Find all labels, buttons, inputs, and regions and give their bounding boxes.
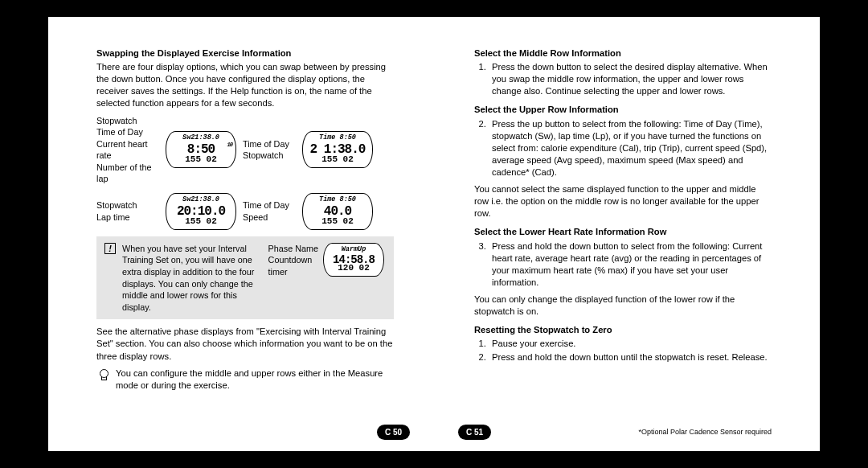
page-number-left: C 50 [377,425,410,441]
watch-bot: 155 02 [166,216,235,228]
label: Stopwatch [96,115,162,127]
list-reset: Pause your exercise. Press and hold the … [474,338,772,363]
page-number-right: C 51 [458,425,491,441]
watch-bot: 120 02 [324,262,383,274]
watch-display-1: Sw21:38.0 8:5010 155 02 [166,131,236,168]
label: Time of Day [243,199,299,211]
tip-row: You can configure the middle and upper r… [96,367,394,392]
label: Countdown [268,254,318,266]
list-item: Press the down button to select the desi… [489,61,772,97]
label: Speed [243,211,299,224]
list-item: Press and hold the down button until the… [489,351,772,363]
list-item: Press the up button to select from the f… [489,118,772,179]
watch-bot: 155 02 [303,154,372,166]
lower-row-note: You can only change the displayed functi… [474,294,772,318]
list-item: Pause your exercise. [489,338,772,350]
watch-display-4: Time 8:50 40.0 155 02 [302,193,373,230]
label: Stopwatch [96,199,162,211]
note-box: ! When you have set your Interval Traini… [96,236,394,319]
list-upper-row: Press the up button to select from the f… [474,118,772,179]
label: Lap time [96,211,162,224]
list-item: Press and hold the down button to select… [489,240,772,289]
grid-labels-1: Stopwatch Time of Day Current heart rate… [96,115,162,185]
page-spread: Swapping the Displayed Exercise Informat… [48,17,820,451]
note-body: When you have set your Interval Training… [122,243,264,313]
alt-phase-paragraph: See the alternative phase displays from … [96,326,394,362]
upper-row-note: You cannot select the same displayed fun… [474,183,772,220]
heading-swapping: Swapping the Displayed Exercise Informat… [96,47,394,60]
grid-labels-3: Stopwatch Lap time [96,199,162,223]
intro-paragraph: There are four display options, which yo… [96,61,394,109]
display-grid: Stopwatch Time of Day Current heart rate… [96,115,394,230]
lightbulb-icon [96,367,111,382]
watch-bot: 155 02 [303,216,372,228]
tip-text: You can configure the middle and upper r… [116,367,394,392]
footnote: *Optional Polar Cadence Sensor required [638,427,772,437]
label: Stopwatch [243,150,299,162]
list-lower-row: Press and hold the down button to select… [474,240,772,289]
watch-display-2: Time 8:50 2 1:38.0 155 02 [302,131,373,168]
heading-upper-row: Select the Upper Row Information [474,104,772,116]
grid-labels-4: Time of Day Speed [243,199,299,223]
watch-display-3: Sw21:38.0 20:10.0 155 02 [166,193,236,230]
heading-lower-row: Select the Lower Heart Rate Information … [474,226,772,238]
label: Time of Day [96,126,162,138]
label: timer [268,266,318,278]
label: Phase Name [268,243,318,255]
label: Time of Day [243,138,299,150]
note-right-labels: Phase Name Countdown timer [268,243,318,278]
watch-bot: 155 02 [166,154,235,166]
label: Number of the lap [96,162,162,185]
watch-display-note: WarmUp 14:58.8 120 02 [323,243,384,277]
page-left: Swapping the Displayed Exercise Informat… [48,17,434,451]
page-right: Select the Middle Row Information Press … [434,17,820,451]
heading-middle-row: Select the Middle Row Information [474,47,772,60]
alert-icon: ! [104,243,116,254]
heading-reset-stopwatch: Resetting the Stopwatch to Zero [474,324,772,336]
list-middle-row: Press the down button to select the desi… [474,61,772,97]
grid-labels-2: Time of Day Stopwatch [243,138,299,162]
label: Current heart rate [96,138,162,162]
